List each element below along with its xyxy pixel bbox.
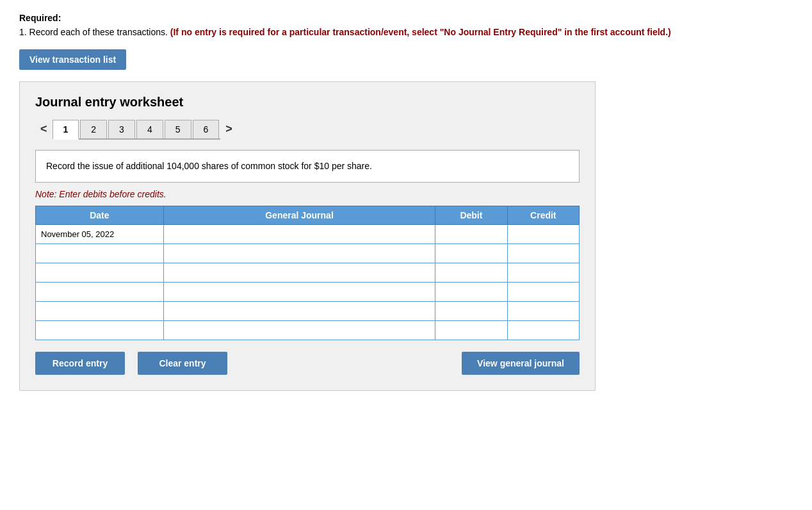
worksheet-container: Journal entry worksheet < 1 2 3 4 5 6 > … <box>19 81 596 391</box>
cell-date-4[interactable] <box>36 302 164 321</box>
tab-1[interactable]: 1 <box>53 120 79 140</box>
description-box: Record the issue of additional 104,000 s… <box>35 150 580 183</box>
table-row <box>36 283 580 302</box>
cell-debit-5[interactable] <box>435 321 507 340</box>
tab-5[interactable]: 5 <box>165 120 191 138</box>
col-credit: Credit <box>507 206 579 225</box>
col-debit: Debit <box>435 206 507 225</box>
view-general-journal-button[interactable]: View general journal <box>462 352 580 375</box>
next-arrow[interactable]: > <box>220 122 238 136</box>
input-journal-0[interactable] <box>168 230 432 240</box>
cell-debit-2[interactable] <box>435 263 507 283</box>
input-date-5[interactable] <box>40 325 159 335</box>
tabs: 1 2 3 4 5 6 <box>53 119 221 140</box>
input-credit-5[interactable] <box>512 326 575 336</box>
input-credit-3[interactable] <box>512 288 575 297</box>
clear-entry-button[interactable]: Clear entry <box>138 352 227 375</box>
input-debit-5[interactable] <box>439 326 503 336</box>
journal-table: Date General Journal Debit Credit <box>35 206 580 340</box>
table-row <box>36 225 580 244</box>
instruction-highlight: (If no entry is required for a particula… <box>170 27 671 37</box>
cell-credit-3[interactable] <box>507 283 579 302</box>
cell-date-3[interactable] <box>36 283 164 302</box>
cell-credit-2[interactable] <box>507 263 579 283</box>
input-date-1[interactable] <box>40 249 159 258</box>
worksheet-title: Journal entry worksheet <box>35 95 580 110</box>
note-text: Note: Enter debits before credits. <box>35 189 580 199</box>
cell-journal-4[interactable] <box>163 302 435 321</box>
input-credit-4[interactable] <box>512 307 575 317</box>
cell-journal-1[interactable] <box>163 244 435 263</box>
input-credit-1[interactable] <box>512 249 575 259</box>
cell-debit-0[interactable] <box>435 225 507 244</box>
cell-journal-0[interactable] <box>163 225 435 244</box>
tab-3[interactable]: 3 <box>108 120 135 138</box>
cell-date-2[interactable] <box>36 263 164 283</box>
cell-credit-0[interactable] <box>507 225 579 244</box>
cell-debit-3[interactable] <box>435 283 507 302</box>
input-credit-0[interactable] <box>512 230 575 240</box>
input-date-3[interactable] <box>40 287 159 297</box>
table-row <box>36 263 580 283</box>
input-date-2[interactable] <box>40 268 159 277</box>
tab-2[interactable]: 2 <box>80 120 107 138</box>
cell-credit-4[interactable] <box>507 302 579 321</box>
buttons-row: Record entry Clear entry View general jo… <box>35 352 580 375</box>
required-section: Required: 1. Record each of these transa… <box>19 13 793 39</box>
prev-arrow[interactable]: < <box>35 122 53 136</box>
cell-credit-1[interactable] <box>507 244 579 263</box>
cell-journal-2[interactable] <box>163 263 435 283</box>
cell-credit-5[interactable] <box>507 321 579 340</box>
input-journal-5[interactable] <box>168 326 432 336</box>
input-date-4[interactable] <box>40 306 159 316</box>
cell-journal-5[interactable] <box>163 321 435 340</box>
table-row <box>36 244 580 263</box>
tabs-row: < 1 2 3 4 5 6 > <box>35 119 580 140</box>
input-debit-0[interactable] <box>439 230 503 240</box>
input-credit-2[interactable] <box>512 268 575 278</box>
input-debit-3[interactable] <box>439 288 503 297</box>
col-general-journal: General Journal <box>163 206 435 225</box>
input-journal-2[interactable] <box>168 268 432 278</box>
input-journal-1[interactable] <box>168 249 432 259</box>
tab-4[interactable]: 4 <box>136 120 163 138</box>
col-date: Date <box>36 206 164 225</box>
cell-journal-3[interactable] <box>163 283 435 302</box>
input-date-0[interactable] <box>40 229 159 239</box>
cell-date-5[interactable] <box>36 321 164 340</box>
input-debit-4[interactable] <box>439 307 503 317</box>
input-journal-3[interactable] <box>168 288 432 297</box>
table-row <box>36 321 580 340</box>
record-entry-button[interactable]: Record entry <box>35 352 125 375</box>
input-debit-2[interactable] <box>439 268 503 278</box>
instruction: 1. Record each of these transactions. (I… <box>19 26 793 39</box>
input-debit-1[interactable] <box>439 249 503 259</box>
cell-debit-4[interactable] <box>435 302 507 321</box>
cell-date-0[interactable] <box>36 225 164 244</box>
view-transaction-button[interactable]: View transaction list <box>19 49 126 70</box>
table-row <box>36 302 580 321</box>
input-journal-4[interactable] <box>168 307 432 317</box>
tab-6[interactable]: 6 <box>193 120 220 138</box>
cell-date-1[interactable] <box>36 244 164 263</box>
required-label: Required: <box>19 13 793 23</box>
cell-debit-1[interactable] <box>435 244 507 263</box>
